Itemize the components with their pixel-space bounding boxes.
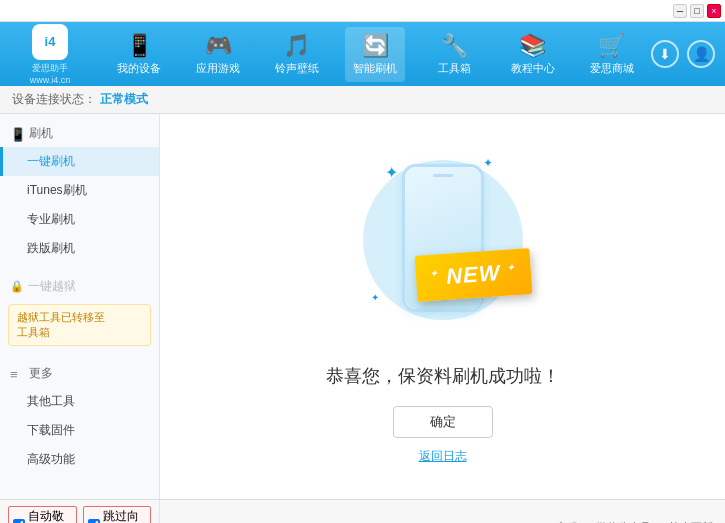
sparkle-2: ✦ [483, 156, 493, 170]
sidebar-item-itunes-flash[interactable]: iTunes刷机 [0, 176, 159, 205]
smart-flash-icon: 🔄 [362, 33, 389, 59]
sidebar: 📱 刷机 一键刷机 iTunes刷机 专业刷机 跌版刷机 🔒 一键越狱 越狱工 [0, 114, 160, 499]
sidebar-item-downgrade-flash[interactable]: 跌版刷机 [0, 234, 159, 263]
new-badge: ✦ NEW ✦ [414, 248, 532, 302]
auto-restart-label: 自动敬送 [28, 508, 72, 523]
apps-icon: 🎮 [205, 33, 232, 59]
sidebar-more-label: 更多 [29, 365, 53, 382]
nav-actions: ⬇ 👤 [651, 40, 715, 68]
minimize-button[interactable]: ─ [673, 4, 687, 18]
downgrade-flash-label: 跌版刷机 [27, 241, 75, 255]
nav-media-store-label: 爱思商城 [590, 61, 634, 76]
sidebar-flash-group: 📱 刷机 [0, 120, 159, 147]
nav-smart-flash[interactable]: 🔄 智能刷机 [345, 27, 405, 82]
sidebar-flash-section: 📱 刷机 一键刷机 iTunes刷机 专业刷机 跌版刷机 [0, 114, 159, 269]
nav-my-device[interactable]: 📱 我的设备 [109, 27, 169, 82]
success-title: 恭喜您，保资料刷机成功啦！ [326, 364, 560, 388]
auto-restart-checkbox[interactable]: 自动敬送 [8, 506, 77, 523]
skip-wizard-input[interactable] [88, 519, 100, 523]
nav-media-store[interactable]: 🛒 爱思商城 [582, 27, 642, 82]
sidebar-item-download-firmware[interactable]: 下载固件 [0, 416, 159, 445]
nav-apps[interactable]: 🎮 应用游戏 [188, 27, 248, 82]
logo-subtitle: 爱思助手 [32, 62, 68, 75]
checkbox-row: 自动敬送 跳过向导 [8, 506, 151, 523]
bottom-section: 自动敬送 跳过向导 📱 iPhone 12 mini 64GB Down-12m… [0, 499, 725, 523]
more-group-icon: ≡ [10, 367, 24, 381]
confirm-button[interactable]: 确定 [393, 406, 493, 438]
sidebar-notice-text: 越狱工具已转移至工具箱 [17, 311, 105, 338]
maximize-button[interactable]: □ [690, 4, 704, 18]
status-value: 正常模式 [100, 91, 148, 108]
success-graphic: ✦ ✦ ✦ ✦ NEW ✦ [353, 148, 533, 348]
nav-ringtones[interactable]: 🎵 铃声壁纸 [267, 27, 327, 82]
sidebar-more-group: ≡ 更多 [0, 360, 159, 387]
back-desktop-link[interactable]: 返回日志 [419, 448, 467, 465]
sidebar-item-one-key-flash[interactable]: 一键刷机 [0, 147, 159, 176]
navbar: i4 爱思助手 www.i4.cn 📱 我的设备 🎮 应用游戏 🎵 铃声壁纸 🔄… [0, 22, 725, 86]
advanced-label: 高级功能 [27, 452, 75, 466]
my-device-icon: 📱 [126, 33, 153, 59]
pro-flash-label: 专业刷机 [27, 212, 75, 226]
nav-tutorial-label: 教程中心 [511, 61, 555, 76]
auto-restart-input[interactable] [13, 519, 25, 523]
toolbox-icon: 🔧 [441, 33, 468, 59]
flash-group-icon: 📱 [10, 127, 24, 141]
nav-toolbox-label: 工具箱 [438, 61, 471, 76]
sidebar-more-section: ≡ 更多 其他工具 下载固件 高级功能 [0, 354, 159, 480]
media-store-icon: 🛒 [598, 33, 625, 59]
download-firmware-label: 下载固件 [27, 423, 75, 437]
main-container: 📱 刷机 一键刷机 iTunes刷机 专业刷机 跌版刷机 🔒 一键越狱 越狱工 [0, 114, 725, 499]
sidebar-flash-label: 刷机 [29, 125, 53, 142]
user-button[interactable]: 👤 [687, 40, 715, 68]
status-bar: 设备连接状态： 正常模式 [0, 86, 725, 114]
tutorial-icon: 📚 [519, 33, 546, 59]
nav-items: 📱 我的设备 🎮 应用游戏 🎵 铃声壁纸 🔄 智能刷机 🔧 工具箱 📚 教程中心… [100, 27, 651, 82]
nav-toolbox[interactable]: 🔧 工具箱 [424, 27, 484, 82]
nav-tutorial[interactable]: 📚 教程中心 [503, 27, 563, 82]
one-key-flash-label: 一键刷机 [27, 154, 75, 168]
app-logo: i4 爱思助手 www.i4.cn [10, 24, 90, 85]
download-button[interactable]: ⬇ [651, 40, 679, 68]
itunes-flash-label: iTunes刷机 [27, 183, 87, 197]
sidebar-item-pro-flash[interactable]: 专业刷机 [0, 205, 159, 234]
content-area: ✦ ✦ ✦ ✦ NEW ✦ 恭喜您，保资料刷机成功啦！ 确定 返回日志 [160, 114, 725, 499]
bottom-left-panel: 自动敬送 跳过向导 📱 iPhone 12 mini 64GB Down-12m… [0, 500, 160, 523]
status-label: 设备连接状态： [12, 91, 96, 108]
sidebar-notice: 越狱工具已转移至工具箱 [8, 304, 151, 346]
skip-wizard-label: 跳过向导 [103, 508, 147, 523]
nav-apps-label: 应用游戏 [196, 61, 240, 76]
skip-wizard-checkbox[interactable]: 跳过向导 [83, 506, 152, 523]
sidebar-jailbreak-group: 🔒 一键越狱 [0, 273, 159, 300]
sidebar-item-other-tools[interactable]: 其他工具 [0, 387, 159, 416]
one-key-jailbreak-label: 一键越狱 [28, 278, 76, 295]
nav-ringtones-label: 铃声壁纸 [275, 61, 319, 76]
bottom-right-panel: V7.98.66 客服 微信公众号 检查更新 [160, 500, 725, 523]
sidebar-jailbreak-section: 🔒 一键越狱 越狱工具已转移至工具箱 [0, 269, 159, 354]
nav-my-device-label: 我的设备 [117, 61, 161, 76]
ringtones-icon: 🎵 [283, 33, 310, 59]
sparkle-1: ✦ [385, 163, 398, 182]
sidebar-item-advanced[interactable]: 高级功能 [0, 445, 159, 474]
close-button[interactable]: × [707, 4, 721, 18]
titlebar: ─ □ × [0, 0, 725, 22]
sparkle-3: ✦ [371, 292, 379, 303]
logo-url: www.i4.cn [30, 75, 71, 85]
other-tools-label: 其他工具 [27, 394, 75, 408]
nav-smart-flash-label: 智能刷机 [353, 61, 397, 76]
logo-icon: i4 [32, 24, 68, 60]
